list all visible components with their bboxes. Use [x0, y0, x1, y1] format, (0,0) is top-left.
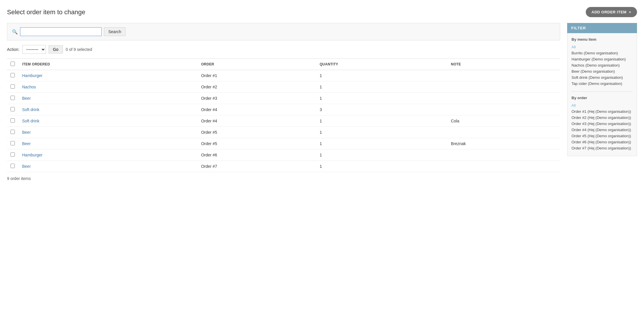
table-footer: 9 order items — [7, 176, 560, 181]
data-table: ITEM ORDERED ORDER QUANTITY NOTE Hamburg… — [7, 58, 560, 172]
row-checkbox-3[interactable] — [10, 107, 15, 111]
row-quantity: 1 — [316, 93, 447, 104]
filter-header: FILTER — [567, 23, 637, 33]
sidebar-filter: FILTER By menu item AllBurrito (Demo org… — [567, 23, 637, 181]
action-label: Action: — [7, 47, 20, 52]
row-checkbox-1[interactable] — [10, 84, 15, 89]
row-note — [447, 104, 560, 115]
table-row: Beer Order #5 1 — [7, 127, 560, 138]
row-note — [447, 161, 560, 172]
row-checkbox-4[interactable] — [10, 118, 15, 123]
row-checkbox-cell — [7, 93, 19, 104]
row-quantity: 1 — [316, 115, 447, 127]
row-checkbox-5[interactable] — [10, 130, 15, 134]
row-checkbox-cell — [7, 161, 19, 172]
row-order: Order #6 — [198, 149, 316, 161]
row-item: Hamburger — [19, 70, 198, 81]
item-link-1[interactable]: Nachos — [22, 85, 36, 89]
row-order: Order #7 — [198, 161, 316, 172]
row-item: Beer — [19, 161, 198, 172]
filter-menu-item-5[interactable]: Soft drink (Demo organisation) — [572, 74, 633, 81]
action-select[interactable]: --------- — [22, 45, 46, 54]
row-checkbox-cell — [7, 149, 19, 161]
row-checkbox-cell — [7, 115, 19, 127]
filter-section: By menu item AllBurrito (Demo organisati… — [567, 33, 637, 156]
row-note — [447, 81, 560, 93]
table-row: Hamburger Order #6 1 — [7, 149, 560, 161]
table-row: Beer Order #7 1 — [7, 161, 560, 172]
row-checkbox-7[interactable] — [10, 152, 15, 157]
filter-order-item-4[interactable]: Order #4 (Hej (Demo organisation)) — [572, 127, 633, 133]
row-order: Order #4 — [198, 115, 316, 127]
row-note — [447, 149, 560, 161]
filter-menu-item-6[interactable]: Tap cider (Demo organisation) — [572, 81, 633, 87]
item-link-6[interactable]: Beer — [22, 141, 31, 146]
search-bar: 🔍 Search — [7, 23, 560, 40]
selected-count: 0 of 9 selected — [66, 47, 92, 52]
row-checkbox-0[interactable] — [10, 73, 15, 77]
item-link-0[interactable]: Hamburger — [22, 73, 43, 78]
filter-order-item-1[interactable]: Order #1 (Hej (Demo organisation)) — [572, 108, 633, 115]
row-item: Beer — [19, 93, 198, 104]
page-title: Select order item to change — [7, 8, 85, 16]
filter-by-order-title: By order — [572, 96, 633, 100]
order-filter-list: AllOrder #1 (Hej (Demo organisation))Ord… — [572, 102, 633, 151]
row-quantity: 1 — [316, 138, 447, 149]
row-quantity: 1 — [316, 81, 447, 93]
search-button[interactable]: Search — [104, 27, 125, 36]
add-order-icon: + — [629, 10, 631, 14]
row-item: Soft drink — [19, 115, 198, 127]
row-checkbox-cell — [7, 127, 19, 138]
go-button[interactable]: Go — [49, 45, 63, 54]
select-all-checkbox[interactable] — [10, 62, 15, 66]
col-item-ordered: ITEM ORDERED — [19, 59, 198, 70]
row-order: Order #5 — [198, 127, 316, 138]
search-input[interactable] — [20, 27, 102, 36]
filter-divider — [572, 91, 633, 92]
row-checkbox-cell — [7, 81, 19, 93]
item-link-7[interactable]: Hamburger — [22, 153, 43, 157]
item-link-8[interactable]: Beer — [22, 164, 31, 169]
row-order: Order #4 — [198, 104, 316, 115]
row-order: Order #2 — [198, 81, 316, 93]
content-area: 🔍 Search Action: --------- Go 0 of 9 sel… — [7, 23, 560, 181]
filter-order-item-0[interactable]: All — [572, 102, 633, 108]
row-checkbox-cell — [7, 104, 19, 115]
item-link-3[interactable]: Soft drink — [22, 107, 39, 112]
col-quantity: QUANTITY — [316, 59, 447, 70]
table-row: Beer Order #5 1 Breznak — [7, 138, 560, 149]
table-header-row: ITEM ORDERED ORDER QUANTITY NOTE — [7, 59, 560, 70]
row-checkbox-8[interactable] — [10, 164, 15, 168]
filter-order-item-7[interactable]: Order #7 (Hej (Demo organisation)) — [572, 145, 633, 151]
row-order: Order #5 — [198, 138, 316, 149]
filter-order-item-3[interactable]: Order #3 (Hej (Demo organisation)) — [572, 121, 633, 127]
item-link-4[interactable]: Soft drink — [22, 119, 39, 123]
row-checkbox-cell — [7, 70, 19, 81]
item-link-2[interactable]: Beer — [22, 96, 31, 101]
filter-menu-item-3[interactable]: Nachos (Demo organisation) — [572, 62, 633, 68]
filter-menu-item-4[interactable]: Beer (Demo organisation) — [572, 68, 633, 74]
item-link-5[interactable]: Beer — [22, 130, 31, 135]
row-quantity: 1 — [316, 127, 447, 138]
row-item: Nachos — [19, 81, 198, 93]
filter-order-item-6[interactable]: Order #6 (Hej (Demo organisation)) — [572, 139, 633, 145]
add-order-button[interactable]: ADD ORDER ITEM + — [586, 7, 637, 17]
row-note: Cola — [447, 115, 560, 127]
select-all-header — [7, 59, 19, 70]
table-row: Soft drink Order #4 3 — [7, 104, 560, 115]
table-row: Beer Order #3 1 — [7, 93, 560, 104]
row-order: Order #3 — [198, 93, 316, 104]
filter-menu-item-1[interactable]: Burrito (Demo organisation) — [572, 50, 633, 56]
filter-order-item-2[interactable]: Order #2 (Hej (Demo organisation)) — [572, 115, 633, 121]
table-row: Hamburger Order #1 1 — [7, 70, 560, 81]
table-row: Nachos Order #2 1 — [7, 81, 560, 93]
row-quantity: 1 — [316, 161, 447, 172]
filter-menu-item-2[interactable]: Hamburger (Demo organisation) — [572, 56, 633, 62]
row-item: Hamburger — [19, 149, 198, 161]
row-checkbox-6[interactable] — [10, 141, 15, 145]
filter-menu-item-0[interactable]: All — [572, 44, 633, 50]
row-quantity: 1 — [316, 70, 447, 81]
filter-by-menu-item-title: By menu item — [572, 37, 633, 42]
row-checkbox-2[interactable] — [10, 96, 15, 100]
filter-order-item-5[interactable]: Order #5 (Hej (Demo organisation)) — [572, 133, 633, 139]
